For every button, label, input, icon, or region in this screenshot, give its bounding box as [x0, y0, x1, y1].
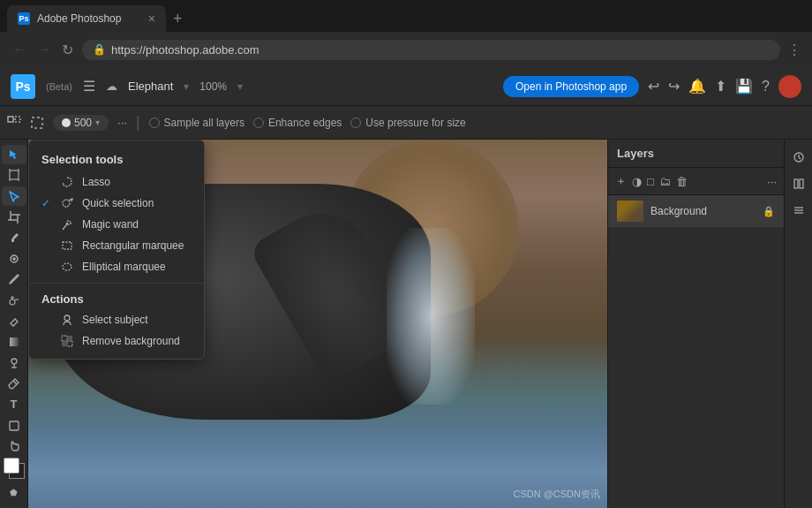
properties-icon[interactable]	[786, 198, 811, 223]
sidebar-tool-eraser[interactable]	[2, 312, 26, 331]
svg-point-17	[10, 299, 15, 305]
quick-selection-icon	[59, 197, 75, 209]
sample-all-layers-label: Sample all layers	[164, 117, 244, 129]
layers-more-btn[interactable]: ···	[767, 175, 777, 188]
brush-circle	[62, 118, 71, 127]
selection-tools-dropdown: Selection tools Lasso ✓ Quick selection	[28, 140, 205, 360]
back-button[interactable]: ←	[11, 40, 28, 59]
history-icon[interactable]	[786, 145, 811, 170]
quick-select-tool-btn[interactable]	[7, 116, 21, 130]
sidebar-tool-crop[interactable]	[2, 208, 26, 227]
sidebar-tool-brush[interactable]	[2, 270, 26, 290]
delete-layer-btn[interactable]: 🗑	[676, 175, 688, 188]
libraries-icon[interactable]	[786, 171, 811, 196]
sidebar-tool-text[interactable]: T	[2, 395, 26, 414]
dropdown-arrow[interactable]: ▾	[184, 80, 189, 93]
url-bar[interactable]: 🔒 https://photoshop.adobe.com	[82, 40, 780, 60]
redo-button[interactable]: ↪	[668, 78, 680, 95]
main-content: T ⬟	[0, 140, 812, 508]
quick-selection-menu-item[interactable]: ✓ Quick selection	[29, 193, 204, 214]
background-layer-item[interactable]: Background 🔒	[608, 195, 784, 227]
group-layer-btn[interactable]: 🗂	[659, 175, 671, 188]
active-tab[interactable]: Ps Adobe Photoshop ×	[7, 5, 166, 32]
svg-rect-36	[67, 336, 72, 341]
tab-close-button[interactable]: ×	[148, 11, 155, 26]
watermark: CSDN @CSDN资讯	[513, 488, 600, 501]
svg-point-22	[11, 359, 17, 364]
user-avatar[interactable]	[778, 75, 801, 98]
sample-all-layers-option[interactable]: Sample all layers	[149, 117, 244, 129]
elliptical-marquee-icon	[59, 261, 75, 273]
sidebar-tool-hand[interactable]	[2, 436, 26, 456]
lock-icon: 🔒	[93, 43, 106, 56]
rectangular-marquee-menu-item[interactable]: Rectangular marquee	[29, 235, 204, 256]
enhance-edges-option[interactable]: Enhance edges	[253, 117, 342, 129]
rectangular-marquee-label: Rectangular marquee	[82, 239, 184, 252]
sidebar-tool-heal[interactable]	[2, 249, 26, 269]
svg-point-27	[63, 200, 70, 207]
use-pressure-option[interactable]: Use pressure for size	[350, 117, 465, 129]
color-swatches	[4, 458, 25, 486]
menu-separator	[29, 283, 204, 284]
svg-rect-39	[794, 179, 798, 188]
sidebar-tool-selection[interactable]	[2, 186, 26, 206]
forward-button[interactable]: →	[35, 40, 53, 59]
sidebar-tool-shape[interactable]	[2, 416, 26, 436]
svg-rect-40	[800, 179, 803, 188]
size-dropdown-arrow[interactable]: ▾	[95, 118, 100, 127]
app-menu-icon[interactable]: ☰	[83, 78, 95, 95]
mask-layer-btn[interactable]: □	[647, 175, 654, 188]
left-sidebar: T ⬟	[0, 140, 28, 508]
foreground-background-colors[interactable]	[4, 458, 25, 479]
header-right: Open in Photoshop app ↩ ↪ 🔔 ⬆ 💾 ?	[503, 75, 801, 98]
svg-rect-37	[62, 341, 67, 346]
svg-rect-21	[10, 337, 19, 346]
browser-chrome: Ps Adobe Photoshop × + ← → ↻ 🔒 https://p…	[0, 0, 812, 67]
url-text: https://photoshop.adobe.com	[111, 43, 259, 57]
canvas-area[interactable]: CSDN @CSDN资讯 Selection tools Lasso ✓	[28, 140, 607, 508]
sidebar-tool-eyedropper[interactable]	[2, 228, 26, 247]
zoom-dropdown-arrow[interactable]: ▾	[237, 80, 243, 93]
sidebar-tool-artboard[interactable]	[2, 166, 26, 186]
marquee-tool-btn[interactable]	[30, 116, 44, 130]
svg-line-29	[70, 221, 71, 223]
svg-rect-34	[62, 336, 67, 341]
lasso-label: Lasso	[82, 176, 110, 188]
layers-panel-title: Layers	[608, 140, 784, 168]
rectangular-marquee-icon	[59, 239, 75, 252]
sidebar-tool-move[interactable]	[2, 145, 26, 164]
radio-pressure	[350, 118, 361, 128]
more-options-btn[interactable]: ···	[117, 116, 127, 129]
sidebar-tool-clone[interactable]	[2, 291, 26, 310]
brush-size-value: 500	[74, 117, 92, 129]
select-subject-menu-item[interactable]: Select subject	[29, 309, 204, 330]
remove-background-menu-item[interactable]: Remove background	[29, 330, 204, 352]
add-layer-btn[interactable]: ＋	[615, 173, 627, 189]
magic-wand-label: Magic wand	[82, 218, 139, 231]
use-pressure-label: Use pressure for size	[365, 117, 465, 129]
lasso-menu-item[interactable]: Lasso	[29, 171, 204, 193]
elliptical-marquee-menu-item[interactable]: Elliptical marquee	[29, 256, 204, 277]
sidebar-tool-pen[interactable]	[2, 375, 26, 394]
brush-size-btn[interactable]: 500 ▾	[53, 115, 109, 131]
sidebar-tool-extra[interactable]: ⬟	[10, 488, 18, 503]
notifications-icon[interactable]: 🔔	[688, 78, 706, 95]
water-splash	[387, 228, 475, 405]
cloud-save-icon[interactable]: 💾	[735, 78, 753, 95]
sidebar-tool-dodge[interactable]	[2, 353, 26, 373]
enhance-edges-label: Enhance edges	[268, 117, 342, 129]
sidebar-tool-gradient[interactable]	[2, 332, 26, 352]
help-icon[interactable]: ?	[762, 79, 770, 95]
magic-wand-menu-item[interactable]: Magic wand	[29, 214, 204, 235]
extensions-icon[interactable]: ⋮	[787, 42, 801, 58]
open-in-photoshop-button[interactable]: Open in Photoshop app	[503, 76, 639, 97]
layer-lock-icon: 🔒	[763, 206, 775, 217]
refresh-button[interactable]: ↻	[60, 40, 75, 60]
layers-toolbar: ＋ ◑ □ 🗂 🗑 ···	[608, 168, 784, 195]
undo-button[interactable]: ↩	[648, 78, 659, 95]
share-icon[interactable]: ⬆	[715, 78, 726, 95]
adjustment-layer-btn[interactable]: ◑	[632, 175, 642, 188]
tab-favicon: Ps	[18, 12, 30, 25]
svg-point-32	[63, 263, 71, 270]
new-tab-button[interactable]: +	[173, 10, 183, 28]
